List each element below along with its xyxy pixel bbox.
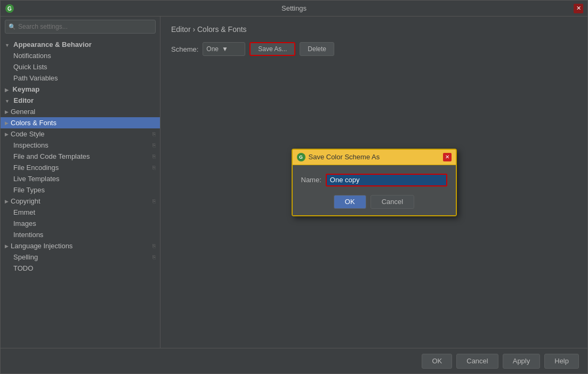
chevron-down-icon: ▼ xyxy=(222,45,228,53)
expand-icon: ▶ xyxy=(5,199,9,204)
sidebar-item-todo[interactable]: TODO xyxy=(1,263,160,274)
expand-icon: ▶ xyxy=(5,120,9,126)
apply-button[interactable]: Apply xyxy=(503,354,541,369)
sidebar-item-file-code-templates[interactable]: File and Code Templates ⎘ xyxy=(1,151,160,162)
sidebar: 🔍 ▼ Appearance & Behavior Notifications … xyxy=(1,17,160,348)
sidebar-tree: ▼ Appearance & Behavior Notifications Qu… xyxy=(1,37,160,348)
app-logo: G xyxy=(5,4,14,13)
sidebar-item-emmet[interactable]: Emmet xyxy=(1,207,160,218)
sidebar-item-appearance-behavior[interactable]: ▼ Appearance & Behavior xyxy=(1,39,160,50)
copy-icon: ⎘ xyxy=(152,243,156,249)
sidebar-item-colors-fonts[interactable]: ▶ Colors & Fonts xyxy=(1,117,160,128)
scheme-value: One xyxy=(206,45,219,53)
dialog-body: Name: OK Cancel xyxy=(293,165,456,215)
dialog-name-label: Name: xyxy=(301,176,321,184)
dialog-title-bar: G Save Color Scheme As ✕ xyxy=(293,150,456,165)
dialog-field-row: Name: xyxy=(301,174,447,186)
sidebar-item-code-style[interactable]: ▶ Code Style ⎘ xyxy=(1,128,160,140)
expand-icon: ▶ xyxy=(5,243,9,249)
dialog-overlay: G Save Color Scheme As ✕ Name: OK Cancel xyxy=(160,17,587,348)
help-button[interactable]: Help xyxy=(544,354,579,369)
sidebar-item-quick-lists[interactable]: Quick Lists xyxy=(1,61,160,72)
expand-icon: ▶ xyxy=(5,87,9,93)
sidebar-item-live-templates[interactable]: Live Templates xyxy=(1,173,160,184)
search-icon: 🔍 xyxy=(9,23,16,30)
bottom-bar: OK Cancel Apply Help xyxy=(1,348,587,373)
search-box[interactable]: 🔍 xyxy=(5,20,156,34)
sidebar-item-notifications[interactable]: Notifications xyxy=(1,50,160,61)
sidebar-item-inspections[interactable]: Inspections ⎘ xyxy=(1,140,160,151)
breadcrumb: Editor › Colors & Fonts xyxy=(171,25,577,34)
sidebar-item-general[interactable]: ▶ General xyxy=(1,106,160,117)
sidebar-item-file-types[interactable]: File Types xyxy=(1,184,160,196)
sidebar-item-path-variables[interactable]: Path Variables xyxy=(1,72,160,84)
sidebar-item-language-injections[interactable]: ▶ Language Injections ⎘ xyxy=(1,240,160,251)
expand-icon: ▼ xyxy=(5,99,10,104)
window-title: Settings xyxy=(14,4,574,12)
sidebar-item-intentions[interactable]: Intentions xyxy=(1,229,160,240)
main-panel: Editor › Colors & Fonts Scheme: One ▼ Sa… xyxy=(160,17,587,348)
sidebar-item-spelling[interactable]: Spelling ⎘ xyxy=(1,251,160,263)
svg-text:G: G xyxy=(7,6,12,12)
sidebar-item-editor[interactable]: ▼ Editor xyxy=(1,95,160,106)
expand-icon: ▼ xyxy=(5,43,10,48)
expand-icon: ▶ xyxy=(5,132,9,137)
ok-button[interactable]: OK xyxy=(422,354,452,369)
scheme-label: Scheme: xyxy=(171,45,198,53)
search-input[interactable] xyxy=(18,23,152,30)
window-close-button[interactable]: ✕ xyxy=(574,4,583,13)
sidebar-item-file-encodings[interactable]: File Encodings ⎘ xyxy=(1,162,160,173)
scheme-dropdown[interactable]: One ▼ xyxy=(203,42,245,56)
dialog-app-icon: G xyxy=(297,153,305,161)
copy-icon: ⎘ xyxy=(152,254,156,260)
save-color-scheme-dialog: G Save Color Scheme As ✕ Name: OK Cancel xyxy=(292,149,457,216)
copy-icon: ⎘ xyxy=(152,153,156,159)
dialog-ok-button[interactable]: OK xyxy=(334,195,366,209)
dialog-close-button[interactable]: ✕ xyxy=(443,153,452,161)
cancel-button[interactable]: Cancel xyxy=(456,354,498,369)
copy-icon: ⎘ xyxy=(152,165,156,170)
delete-button[interactable]: Delete xyxy=(300,42,334,56)
sidebar-item-copyright[interactable]: ▶ Copyright ⎘ xyxy=(1,196,160,207)
settings-window: G Settings ✕ 🔍 ▼ Appearance & Behavior N… xyxy=(0,0,588,374)
copy-icon: ⎘ xyxy=(152,198,156,204)
sidebar-item-images[interactable]: Images xyxy=(1,218,160,229)
copy-icon: ⎘ xyxy=(152,142,156,148)
scheme-row: Scheme: One ▼ Save As... Delete xyxy=(171,42,577,56)
title-bar: G Settings ✕ xyxy=(1,1,587,17)
dialog-name-input[interactable] xyxy=(326,174,447,186)
save-as-button[interactable]: Save As... xyxy=(249,42,295,56)
copy-icon: ⎘ xyxy=(152,131,156,137)
expand-icon: ▶ xyxy=(5,109,9,115)
dialog-buttons: OK Cancel xyxy=(301,195,447,209)
content-area: 🔍 ▼ Appearance & Behavior Notifications … xyxy=(1,17,587,348)
dialog-title: Save Color Scheme As xyxy=(309,153,440,161)
sidebar-item-keymap[interactable]: ▶ Keymap xyxy=(1,84,160,95)
dialog-cancel-button[interactable]: Cancel xyxy=(370,195,414,209)
